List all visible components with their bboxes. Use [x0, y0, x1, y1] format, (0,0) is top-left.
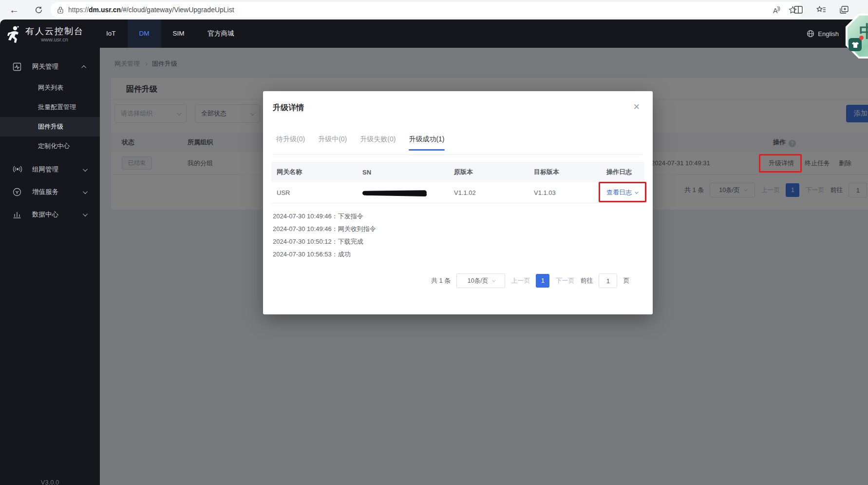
network-icon [13, 165, 21, 174]
sidebar: 网关管理 网关列表 批量配置管理 固件升级 定制化中心 组网管理 增值服务 数据… [0, 48, 100, 485]
back-icon[interactable]: ← [6, 1, 22, 18]
app-navbar: 有人云控制台 www.usr.cn IoT DM SIM 官方商城 Englis… [0, 19, 868, 48]
annotation-box-view-log [599, 182, 646, 202]
sidebar-group-gateway[interactable]: 网关管理 [0, 56, 100, 78]
lock-icon [57, 6, 63, 14]
column-gateway-name: 网关名称 [271, 168, 357, 176]
modal-title: 升级详情 [273, 103, 304, 113]
app-title: 有人云控制台 [25, 26, 84, 37]
next-page-button[interactable]: 下一页 [555, 276, 574, 285]
column-target-version: 目标版本 [528, 168, 601, 176]
sn-cell [357, 191, 449, 195]
column-original-version: 原版本 [449, 168, 528, 176]
annotation-box-upgrade-detail [759, 154, 802, 173]
sidebar-group-label: 数据中心 [32, 210, 58, 219]
usr-logo-icon [7, 25, 21, 43]
nav-tabs: IoT DM SIM 官方商城 [94, 19, 246, 48]
sidebar-group-networking[interactable]: 组网管理 [0, 158, 100, 181]
notification-dot [859, 36, 864, 40]
prev-page-button[interactable]: 上一页 [511, 276, 530, 285]
log-entry: 2024-07-30 10:49:46：下发指令 [273, 210, 376, 223]
modal-table-header: 网关名称 SN 原版本 目标版本 操作日志 [271, 162, 644, 182]
chevron-down-icon [83, 189, 88, 194]
floating-widget-badge[interactable]: 中 [845, 13, 868, 59]
tab-pending[interactable]: 待升级(0) [276, 135, 305, 151]
chevron-down-icon [492, 278, 496, 282]
nav-tab-mall[interactable]: 官方商城 [196, 19, 246, 48]
pagination-total: 共 1 条 [431, 276, 451, 285]
sidebar-group-value-added[interactable]: 增值服务 [0, 181, 100, 203]
modal-table: 网关名称 SN 原版本 目标版本 操作日志 USR V1.1.02 V1.1.0… [271, 162, 644, 203]
column-operation-log: 操作日志 [601, 168, 644, 176]
sidebar-group-label: 网关管理 [32, 62, 58, 71]
log-entry: 2024-07-30 10:50:12：下载完成 [273, 235, 376, 248]
goto-page-input[interactable] [599, 273, 617, 288]
data-center-icon [13, 210, 21, 219]
close-icon[interactable]: ✕ [633, 102, 640, 112]
sn-redaction-bar [362, 190, 427, 195]
logo[interactable]: 有人云控制台 www.usr.cn [7, 24, 84, 43]
log-entry: 2024-07-30 10:49:46：网关收到指令 [273, 223, 376, 235]
page-unit-label: 页 [623, 276, 629, 285]
tab-success[interactable]: 升级成功(1) [409, 135, 444, 151]
browser-toolbar: ← https://dm.usr.cn/#/cloud/gateway/View… [0, 0, 868, 19]
sidebar-item-firmware-upgrade[interactable]: 固件升级 [0, 117, 100, 136]
read-aloud-icon[interactable]: A)) [773, 5, 780, 15]
divider [273, 155, 643, 155]
sidebar-group-data-center[interactable]: 数据中心 [0, 203, 100, 226]
tab-failed[interactable]: 升级失败(0) [360, 135, 396, 151]
original-version-cell: V1.1.02 [449, 189, 528, 196]
log-entry: 2024-07-30 10:56:53：成功 [273, 248, 376, 261]
page-size-select[interactable]: 10条/页 [456, 273, 505, 288]
gateway-icon [13, 62, 21, 71]
shirt-icon [849, 38, 862, 51]
nav-tab-dm[interactable]: DM [128, 19, 161, 48]
sidebar-item-customization[interactable]: 定制化中心 [0, 136, 100, 156]
language-switch[interactable]: English [807, 19, 839, 48]
language-label: English [818, 30, 839, 38]
tab-upgrading[interactable]: 升级中(0) [318, 135, 347, 151]
sidebar-item-batch-config[interactable]: 批量配置管理 [0, 97, 100, 117]
nav-tab-sim[interactable]: SIM [161, 19, 196, 48]
version-label: V3.0.0 [0, 479, 100, 485]
column-sn: SN [357, 169, 449, 176]
sidebar-group-label: 组网管理 [32, 165, 58, 174]
favorites-bar-icon[interactable] [816, 6, 826, 14]
gateway-name-cell: USR [271, 189, 357, 196]
value-added-icon [13, 188, 21, 196]
upgrade-log-list: 2024-07-30 10:49:46：下发指令 2024-07-30 10:4… [273, 210, 376, 261]
globe-icon [807, 30, 814, 38]
split-screen-icon[interactable] [794, 6, 803, 14]
modal-pagination: 共 1 条 10条/页 上一页 1 下一页 前往 页 [431, 273, 629, 288]
sidebar-group-label: 增值服务 [32, 188, 58, 196]
upgrade-detail-modal: 升级详情 ✕ 待升级(0) 升级中(0) 升级失败(0) 升级成功(1) 网关名… [263, 91, 653, 314]
sidebar-item-gateway-list[interactable]: 网关列表 [0, 78, 100, 97]
web-page: 有人云控制台 www.usr.cn IoT DM SIM 官方商城 Englis… [0, 19, 868, 485]
address-bar[interactable]: https://dm.usr.cn/#/cloud/gateway/ViewUp… [51, 2, 804, 18]
url-text: https://dm.usr.cn/#/cloud/gateway/ViewUp… [68, 6, 234, 14]
current-page-button[interactable]: 1 [536, 274, 549, 288]
refresh-icon[interactable] [30, 1, 47, 18]
chevron-down-icon [83, 212, 88, 216]
nav-tab-iot[interactable]: IoT [94, 19, 128, 48]
modal-table-row: USR V1.1.02 V1.1.03 查看日志 [271, 182, 644, 203]
target-version-cell: V1.1.03 [528, 189, 601, 196]
goto-label: 前往 [580, 276, 593, 285]
chevron-up-icon [81, 65, 86, 70]
app-subtitle: www.usr.cn [25, 37, 84, 43]
chevron-down-icon [83, 167, 88, 172]
modal-tabs: 待升级(0) 升级中(0) 升级失败(0) 升级成功(1) [276, 135, 458, 151]
